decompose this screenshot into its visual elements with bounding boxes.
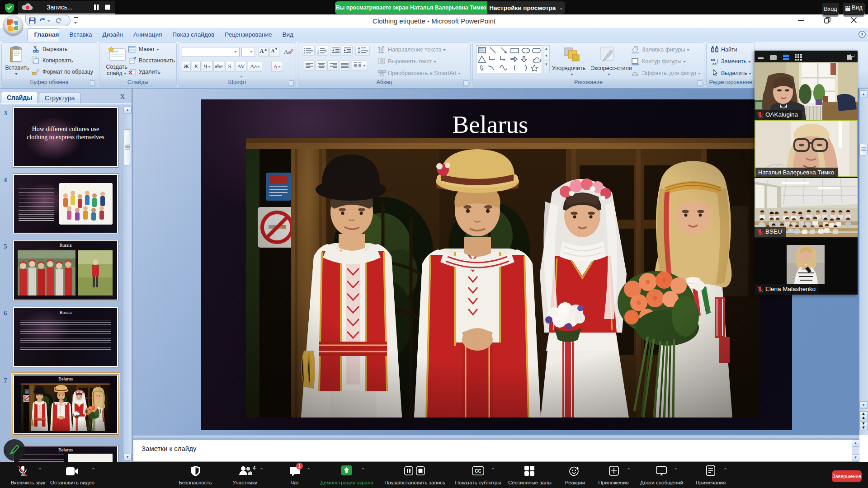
svg-text:Aa: Aa [284, 48, 291, 55]
svg-text:3: 3 [317, 52, 319, 54]
svg-text:CC: CC [475, 469, 481, 474]
svg-text:ac: ac [712, 62, 717, 66]
svg-text:ab: ab [711, 58, 715, 62]
svg-text:?: ? [861, 32, 863, 37]
